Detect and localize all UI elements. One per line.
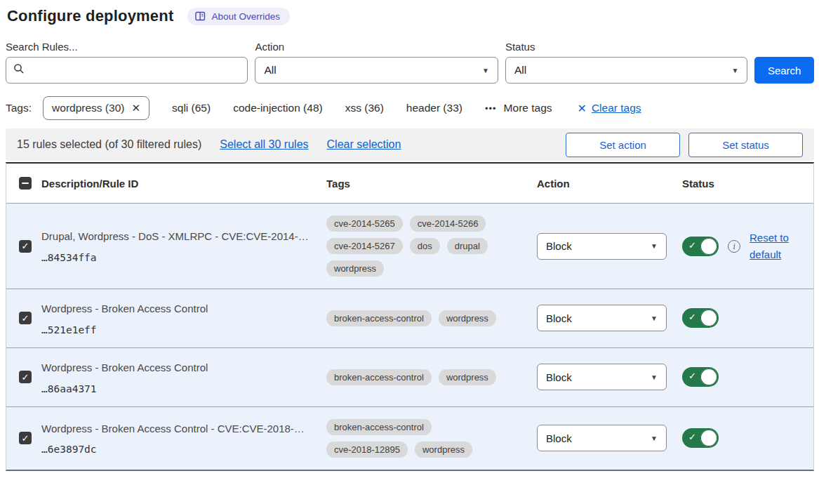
status-toggle[interactable]: ✓ — [682, 428, 719, 448]
column-tags: Tags — [326, 178, 537, 190]
more-tags-label: More tags — [504, 102, 552, 114]
reset-to-default-link[interactable]: Reset to default — [750, 230, 793, 263]
search-icon — [13, 63, 25, 77]
rule-description: Wordpress - Broken Access Control - CVE:… — [41, 421, 326, 437]
toggle-knob — [700, 238, 717, 255]
action-select-value: Block — [546, 371, 572, 383]
search-rules-label: Search Rules... — [6, 41, 248, 53]
action-filter-select[interactable]: All ▼ — [255, 57, 498, 84]
tag-pill: cve-2014-5267 — [326, 238, 403, 254]
rule-id: …86aa4371 — [41, 383, 326, 394]
table-row: ✓ Wordpress - Broken Access Control …86a… — [6, 347, 813, 406]
checkmark-icon: ✓ — [22, 434, 29, 443]
table-row: ✓ Wordpress - Broken Access Control - CV… — [6, 406, 813, 470]
table-row: ✓ Wordpress - Broken Access Control …521… — [6, 289, 813, 347]
clear-icon: ✕ — [578, 102, 587, 115]
filters-row: Search Rules... Action All ▼ Status All … — [6, 41, 814, 84]
status-toggle[interactable]: ✓ — [682, 367, 719, 387]
rule-id: …521e1eff — [41, 324, 326, 336]
chevron-down-icon: ▼ — [651, 373, 658, 381]
action-select-value: Block — [546, 432, 572, 444]
chevron-down-icon: ▼ — [651, 314, 658, 322]
page-header: Configure deployment About Overrides — [6, 7, 814, 25]
about-overrides-badge[interactable]: About Overrides — [187, 8, 290, 25]
tag-pill: wordpress — [439, 369, 496, 385]
remove-tag-icon[interactable]: ✕ — [131, 102, 140, 114]
action-select-value: Block — [546, 312, 572, 324]
column-status: Status — [682, 178, 813, 190]
clear-tags-button[interactable]: ✕ Clear tags — [578, 102, 641, 115]
column-description: Description/Rule ID — [41, 178, 326, 190]
toggle-knob — [700, 310, 717, 326]
rule-tags: cve-2014-5265cve-2014-5266cve-2014-5267d… — [326, 215, 537, 277]
row-checkbox[interactable]: ✓ — [19, 240, 32, 253]
chevron-down-icon: ▼ — [731, 67, 738, 74]
tag-option-sqli[interactable]: sqli (65) — [172, 102, 211, 114]
checkmark-icon: ✓ — [22, 241, 29, 251]
selection-summary: 15 rules selected (of 30 filtered rules) — [17, 138, 201, 151]
toggle-check-icon: ✓ — [688, 432, 696, 442]
set-status-button[interactable]: Set status — [688, 133, 803, 157]
toggle-check-icon: ✓ — [688, 371, 696, 381]
tag-option-xss[interactable]: xss (36) — [345, 102, 384, 114]
set-action-button[interactable]: Set action — [566, 133, 680, 157]
rule-tags: broken-access-controlwordpress — [326, 310, 537, 326]
toggle-knob — [700, 369, 717, 385]
about-overrides-label: About Overrides — [211, 11, 280, 22]
tag-pill: dos — [410, 238, 440, 254]
clear-selection-link[interactable]: Clear selection — [327, 138, 401, 151]
select-all-checkbox[interactable] — [19, 177, 32, 190]
status-toggle[interactable]: ✓ — [682, 308, 719, 328]
tag-option-code-injection[interactable]: code-injection (48) — [233, 102, 323, 114]
configure-deployment-page: Configure deployment About Overrides Sea… — [0, 0, 819, 471]
tag-pill: broken-access-control — [326, 369, 432, 385]
table-row: ✓ Drupal, Wordpress - DoS - XMLRPC - CVE… — [6, 203, 813, 289]
tags-label: Tags: — [6, 102, 32, 114]
tags-bar: Tags: wordpress (30) ✕ sqli (65) code-in… — [6, 96, 814, 120]
rule-description: Drupal, Wordpress - DoS - XMLRPC - CVE:C… — [41, 229, 326, 244]
tag-pill: cve-2014-5266 — [410, 215, 486, 232]
column-action: Action — [537, 178, 682, 190]
row-checkbox[interactable]: ✓ — [19, 312, 32, 324]
action-select[interactable]: Block ▼ — [537, 425, 667, 451]
status-toggle[interactable]: ✓ — [682, 237, 719, 256]
search-button[interactable]: Search — [754, 57, 814, 84]
rule-description: Wordpress - Broken Access Control — [41, 301, 326, 317]
rules-table: Description/Rule ID Tags Action Status ✓… — [6, 162, 814, 471]
rule-description: Wordpress - Broken Access Control — [41, 360, 326, 376]
action-select[interactable]: Block ▼ — [537, 233, 667, 260]
checkmark-icon: ✓ — [22, 314, 29, 323]
rule-id: …6e3897dc — [41, 444, 326, 455]
table-body: ✓ Drupal, Wordpress - DoS - XMLRPC - CVE… — [6, 203, 813, 470]
tag-pill: wordpress — [439, 310, 496, 326]
chevron-down-icon: ▼ — [651, 435, 658, 442]
tag-pill: wordpress — [326, 260, 384, 277]
rule-tags: broken-access-controlwordpress — [326, 369, 537, 385]
toggle-check-icon: ✓ — [688, 240, 696, 251]
status-filter-select[interactable]: All ▼ — [505, 57, 747, 84]
ellipsis-icon: ••• — [485, 103, 497, 114]
clear-tags-label[interactable]: Clear tags — [592, 102, 641, 114]
toggle-check-icon: ✓ — [688, 312, 696, 322]
info-icon[interactable]: i — [728, 240, 740, 253]
chevron-down-icon: ▼ — [651, 242, 658, 250]
tag-option-header[interactable]: header (33) — [406, 102, 462, 114]
search-rules-input[interactable] — [6, 57, 248, 84]
select-all-link[interactable]: Select all 30 rules — [220, 138, 308, 151]
tag-pill: cve-2018-12895 — [326, 442, 408, 458]
checkmark-icon: ✓ — [22, 373, 29, 382]
rule-id: …84534ffa — [41, 252, 326, 263]
toggle-knob — [700, 430, 717, 446]
action-filter-label: Action — [255, 41, 498, 53]
indeterminate-icon — [22, 183, 29, 184]
status-filter-label: Status — [505, 41, 747, 53]
selected-tag-wordpress[interactable]: wordpress (30) ✕ — [43, 96, 149, 120]
row-checkbox[interactable]: ✓ — [19, 432, 32, 444]
action-select[interactable]: Block ▼ — [537, 364, 667, 390]
more-tags-button[interactable]: ••• More tags — [485, 102, 552, 114]
tag-pill: broken-access-control — [326, 419, 432, 435]
tag-pill: cve-2014-5265 — [326, 215, 403, 232]
row-checkbox[interactable]: ✓ — [19, 371, 32, 383]
action-select[interactable]: Block ▼ — [537, 305, 667, 331]
action-select-value: Block — [546, 240, 572, 252]
